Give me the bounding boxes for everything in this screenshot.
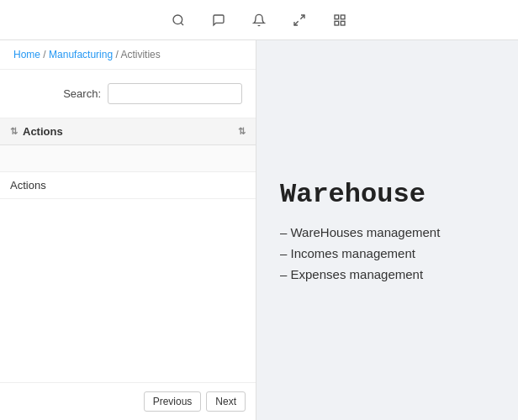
next-button[interactable]: Next [206,391,246,412]
svg-line-3 [294,21,299,25]
breadcrumb-home[interactable]: Home [13,49,40,60]
svg-line-2 [300,15,304,19]
svg-point-0 [173,15,182,24]
breadcrumb-manufacturing[interactable]: Manufacturing [49,49,113,60]
svg-rect-5 [341,15,345,19]
list-item: Expenses management [280,267,494,281]
bell-icon[interactable] [247,8,271,32]
column-header-label: Actions [23,125,63,138]
row-actions-label: Actions [10,179,46,192]
expand-icon[interactable] [288,8,311,32]
main-layout: Home / Manufacturing / Activities Search… [0,40,518,420]
search-label: Search: [63,87,101,100]
svg-rect-7 [341,21,345,25]
pagination: Previous Next [0,382,256,420]
search-area: Search: [0,70,256,118]
breadcrumb: Home / Manufacturing / Activities [0,40,256,70]
list-item: WareHouses management [280,225,494,239]
table-row[interactable]: Actions [0,172,256,199]
grid-icon[interactable] [328,8,352,32]
left-panel: Home / Manufacturing / Activities Search… [0,40,256,420]
chat-icon[interactable] [207,8,230,32]
table-row-empty [0,145,256,172]
svg-rect-4 [335,15,339,19]
right-panel: Warehouse WareHouses management Incomes … [256,40,518,420]
table-area: ⇅ Actions ⇅ Actions [0,118,256,382]
sort-right-icon[interactable]: ⇅ [238,126,246,137]
search-icon[interactable] [166,8,190,32]
list-item: Incomes management [280,246,494,260]
breadcrumb-current: Activities [120,49,160,60]
warehouse-title: Warehouse [280,179,494,210]
warehouse-list: WareHouses management Incomes management… [280,225,494,281]
search-input[interactable] [108,83,242,104]
table-header: ⇅ Actions ⇅ [0,118,256,145]
top-nav [0,0,518,40]
sort-left-icon[interactable]: ⇅ [10,126,18,137]
svg-line-1 [181,23,183,25]
svg-rect-6 [335,21,339,25]
previous-button[interactable]: Previous [144,391,202,412]
